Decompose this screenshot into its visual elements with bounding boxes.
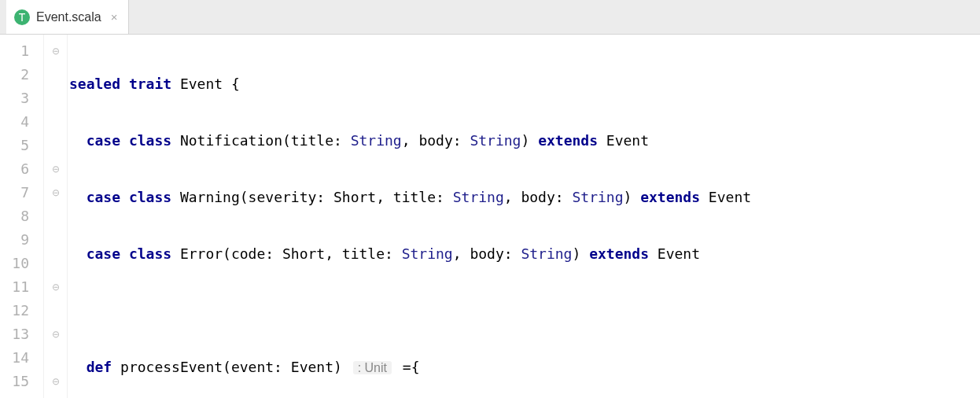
line-number: 7 — [0, 181, 43, 205]
line-number: 8 — [0, 205, 43, 228]
fold-marker[interactable]: ⊖ — [44, 322, 67, 346]
code-line[interactable]: case class Error(code: Short, title: Str… — [68, 242, 980, 266]
type-hint: : Unit — [353, 361, 392, 374]
fold-marker — [44, 299, 67, 322]
fold-marker[interactable]: ⊖ — [44, 39, 67, 63]
fold-marker — [44, 205, 67, 228]
line-number: 5 — [0, 134, 43, 157]
code-line[interactable]: sealed trait Event { — [68, 72, 980, 96]
code-line[interactable] — [68, 299, 980, 322]
fold-marker — [44, 252, 67, 275]
fold-gutter: ⊖ ⊖ ⊖ ⊖ ⊖ ⊖ — [44, 35, 68, 398]
code-area[interactable]: sealed trait Event { case class Notifica… — [68, 35, 980, 398]
line-number: 2 — [0, 63, 43, 87]
fold-marker — [44, 110, 67, 134]
line-number: 9 — [0, 228, 43, 252]
fold-marker[interactable]: ⊖ — [44, 181, 67, 205]
line-number: 6 — [0, 157, 43, 181]
close-icon[interactable]: × — [108, 10, 121, 24]
tab-bar: T Event.scala × — [0, 0, 980, 35]
line-number: 1 — [0, 39, 43, 63]
fold-marker — [44, 87, 67, 110]
fold-marker — [44, 134, 67, 157]
line-number: 13 — [0, 322, 43, 346]
line-number: 11 — [0, 275, 43, 299]
line-number: 3 — [0, 87, 43, 110]
fold-marker — [44, 63, 67, 87]
file-type-icon: T — [14, 9, 30, 25]
line-number-gutter: 1 2 3 4 5 6 7 8 9 10 11 12 13 14 15 — [0, 35, 44, 398]
line-number: 4 — [0, 110, 43, 134]
tab-filename: Event.scala — [36, 10, 101, 24]
code-line[interactable]: case class Warning(severity: Short, titl… — [68, 186, 980, 209]
fold-marker — [44, 228, 67, 252]
code-line[interactable]: case class Notification(title: String, b… — [68, 129, 980, 153]
line-number: 14 — [0, 346, 43, 370]
code-line[interactable]: def processEvent(event: Event) : Unit ={ — [68, 356, 980, 379]
line-number: 15 — [0, 370, 43, 393]
fold-marker — [44, 346, 67, 370]
fold-marker[interactable]: ⊖ — [44, 275, 67, 299]
line-number: 10 — [0, 252, 43, 275]
fold-marker[interactable]: ⊖ — [44, 370, 67, 393]
line-number: 12 — [0, 299, 43, 322]
editor-tab[interactable]: T Event.scala × — [6, 0, 129, 34]
fold-marker[interactable]: ⊖ — [44, 157, 67, 181]
code-editor[interactable]: 1 2 3 4 5 6 7 8 9 10 11 12 13 14 15 ⊖ ⊖ … — [0, 35, 980, 398]
